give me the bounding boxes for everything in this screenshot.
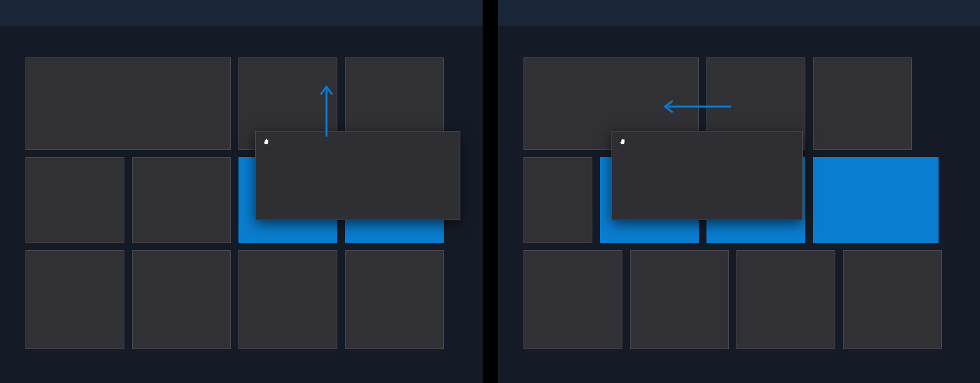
grab-cursor-icon	[261, 135, 272, 147]
grab-cursor-icon	[617, 135, 629, 147]
panel[interactable]	[813, 57, 912, 150]
panel[interactable]	[630, 250, 729, 349]
panel[interactable]	[26, 250, 124, 349]
dragging-panel[interactable]	[611, 131, 803, 220]
pane-right	[490, 0, 981, 383]
panel[interactable]	[132, 157, 231, 243]
panel[interactable]	[132, 250, 231, 349]
dashboard-grid-right[interactable]	[498, 26, 981, 383]
panel[interactable]	[736, 250, 835, 349]
panel[interactable]	[523, 250, 622, 349]
dashboard-grid-left[interactable]	[0, 26, 483, 383]
panel[interactable]	[523, 157, 592, 243]
dragging-panel[interactable]	[255, 131, 460, 220]
panel[interactable]	[26, 57, 231, 150]
panel[interactable]	[843, 250, 942, 349]
panel-drop-target[interactable]	[813, 157, 939, 243]
topbar-left	[0, 0, 483, 26]
panel[interactable]	[238, 250, 337, 349]
pane-left	[0, 0, 490, 383]
panel[interactable]	[345, 250, 444, 349]
topbar-right	[498, 0, 981, 26]
panel[interactable]	[26, 157, 124, 243]
